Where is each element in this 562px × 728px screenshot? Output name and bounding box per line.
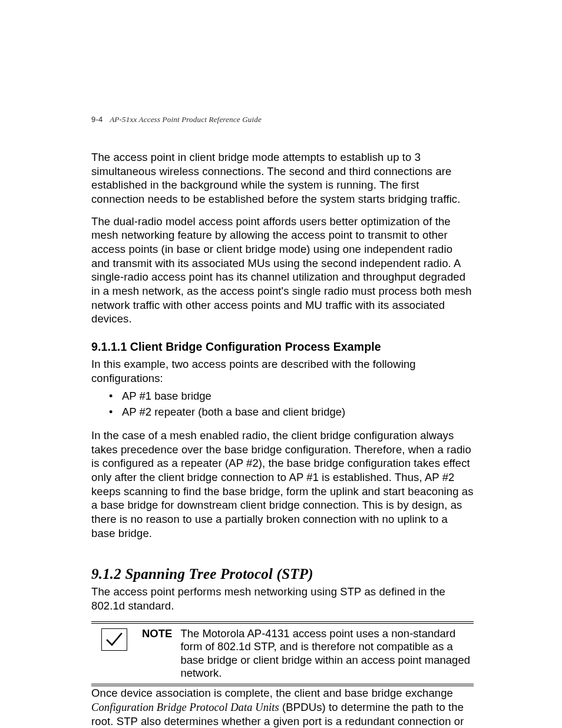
bullet-list: AP #1 base bridge AP #2 repeater (both a… [91, 388, 474, 420]
paragraph: The access point in client bridge mode a… [91, 150, 474, 206]
running-header: 9-4 AP-51xx Access Point Product Referen… [91, 115, 262, 124]
page: 9-4 AP-51xx Access Point Product Referen… [0, 0, 562, 728]
paragraph: The dual-radio model access point afford… [91, 215, 474, 326]
note-label: NOTE [142, 627, 180, 680]
list-item: AP #1 base bridge [122, 388, 474, 404]
heading-9-1-2: 9.1.2 Spanning Tree Protocol (STP) [91, 566, 474, 582]
note-icon-wrap [91, 627, 133, 651]
note-body: The Motorola AP-4131 access point uses a… [180, 627, 474, 680]
note-callout: NOTE The Motorola AP-4131 access point u… [91, 621, 474, 686]
text-run: Once device association is complete, the… [91, 687, 453, 699]
italic-term: Configuration Bridge Protocol Data Units [91, 701, 279, 713]
page-number: 9-4 [91, 115, 103, 124]
paragraph: Once device association is complete, the… [91, 686, 474, 728]
paragraph: In this example, two access points are d… [91, 357, 474, 385]
checkmark-icon [101, 628, 127, 651]
content-area: The access point in client bridge mode a… [91, 150, 474, 728]
doc-title: AP-51xx Access Point Product Reference G… [110, 115, 262, 124]
note-text: NOTE The Motorola AP-4131 access point u… [133, 627, 474, 680]
heading-9-1-1-1: 9.1.1.1 Client Bridge Configuration Proc… [91, 340, 474, 354]
list-item: AP #2 repeater (both a base and client b… [122, 404, 474, 420]
paragraph: The access point performs mesh networkin… [91, 585, 474, 612]
paragraph: In the case of a mesh enabled radio, the… [91, 429, 474, 540]
